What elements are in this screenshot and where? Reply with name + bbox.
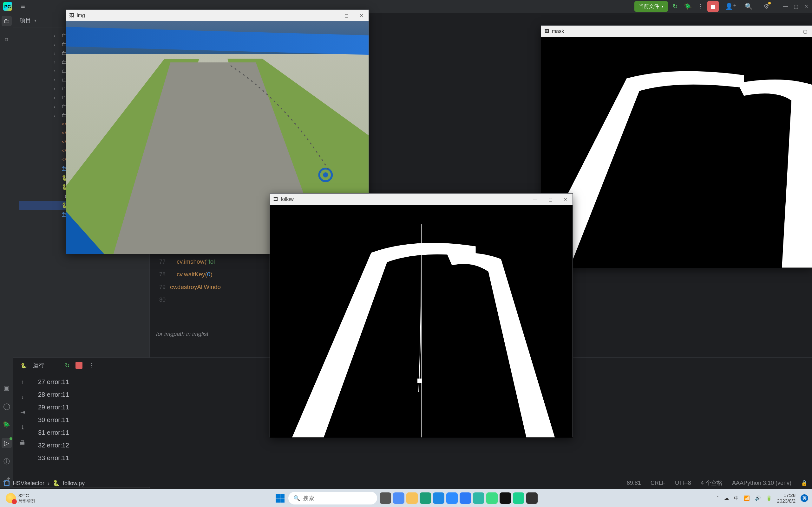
cursor-position[interactable]: 69:81 [627, 480, 641, 487]
cv-titlebar-img[interactable]: 🖼img — ▢ ✕ [66, 10, 368, 21]
rerun-icon[interactable]: ↻ [669, 1, 681, 12]
chevron-down-icon: ▾ [34, 18, 37, 23]
taskbar-app-wechat-work[interactable] [460, 493, 471, 504]
maximize-icon[interactable]: ▢ [794, 3, 798, 9]
status-bar-right: 69:81 CRLF UTF-8 4 个空格 AAAPython 3.10 (v… [627, 479, 808, 487]
svg-point-5 [323, 172, 328, 177]
taskbar-app-edge-dev[interactable] [420, 493, 431, 504]
ime-mode-pill[interactable]: 英 [801, 494, 808, 502]
line-ending[interactable]: CRLF [651, 480, 665, 487]
chevron-right-icon: › [54, 95, 58, 100]
taskbar-weather[interactable]: 32°C 局部晴朗 [6, 493, 35, 504]
maximize-icon[interactable]: ▢ [545, 197, 555, 202]
cv-titlebar-mask[interactable]: 🖼mask — ▢ [541, 26, 812, 37]
close-icon[interactable]: ✕ [560, 197, 571, 202]
taskbar-app-edge[interactable] [433, 493, 444, 504]
debug-icon[interactable]: 🪲 [682, 1, 693, 12]
taskbar-center: 🔍 搜索 [274, 492, 538, 504]
nav-breadcrumb[interactable]: HSVselector › 🐍 follow.py [4, 480, 85, 487]
cv-image-follow [270, 205, 572, 438]
cv-window-mask[interactable]: 🖼mask — ▢ [541, 25, 812, 268]
problems-tool-icon[interactable]: ⓘ [2, 456, 12, 466]
taskbar-tray[interactable]: ˄ ☁ 中 📶 🔊 🔋 17:28 2023/8/2 英 [716, 493, 808, 504]
cv-titlebar-follow[interactable]: 🖼follow — ▢ ✕ [270, 193, 572, 205]
scroll-end-icon[interactable]: ⤓ [17, 422, 28, 433]
structure-tool-icon[interactable]: ⌗ [2, 34, 12, 44]
stop-button[interactable]: ◼ [707, 1, 719, 12]
start-button[interactable] [274, 493, 286, 504]
stop-icon[interactable] [75, 362, 83, 369]
chevron-right-icon: › [54, 68, 58, 73]
chevron-right-icon: › [54, 51, 58, 56]
chevron-right-icon: › [54, 42, 58, 47]
tray-chevron-icon[interactable]: ˄ [716, 495, 719, 501]
main-menu-icon[interactable]: ≡ [21, 2, 25, 10]
cv-window-follow[interactable]: 🖼follow — ▢ ✕ [270, 193, 573, 437]
down-arrow-icon[interactable]: ↓ [17, 392, 28, 402]
python-console-icon[interactable]: ▣ [2, 383, 12, 393]
taskbar-search[interactable]: 🔍 搜索 [288, 492, 377, 504]
output-line: 32 error:12 [38, 439, 806, 452]
windows-taskbar[interactable]: 32°C 局部晴朗 🔍 搜索 ˄ ☁ 中 📶 🔊 🔋 17:28 2023/8/… [0, 489, 812, 507]
weather-icon [6, 493, 16, 503]
search-placeholder: 搜索 [303, 495, 314, 502]
cv-title-mask: mask [552, 29, 564, 34]
maximize-icon[interactable]: ▢ [341, 13, 351, 18]
output-line: 33 error:11 [38, 452, 806, 464]
ime-lang[interactable]: 中 [734, 495, 739, 501]
module-icon [4, 481, 9, 486]
taskbar-app-spark[interactable] [473, 493, 484, 504]
taskbar-app-explorer[interactable] [406, 493, 418, 504]
code-with-me-icon[interactable]: 👤⁺ [725, 1, 737, 12]
indent-setting[interactable]: 4 个空格 [701, 479, 722, 487]
taskbar-app-chat[interactable] [393, 493, 404, 504]
project-tool-icon[interactable]: 🗀 [2, 16, 12, 26]
minimize-icon[interactable]: — [785, 29, 795, 34]
breadcrumb-file[interactable]: follow.py [63, 480, 85, 487]
more-tools-icon[interactable]: ⋯ [2, 53, 12, 63]
taskbar-app-pycharm-bg[interactable] [500, 493, 511, 504]
run-tool-icon[interactable]: ▷ [2, 438, 12, 448]
taskbar-app-task-view[interactable] [380, 493, 391, 504]
minimize-icon[interactable]: — [326, 13, 336, 18]
cv-title-img: img [77, 13, 85, 18]
print-icon[interactable]: 🖶 [17, 438, 28, 448]
onedrive-icon[interactable]: ☁ [724, 495, 729, 501]
maximize-icon[interactable]: ▢ [800, 29, 810, 34]
taskbar-app-terminal[interactable] [526, 493, 538, 504]
tool-rail-left: 🗀 ⌗ ⋯ ▣ ◯ 🪲 ▷ ⓘ ⎇ [0, 13, 13, 488]
breadcrumb-root[interactable]: HSVselector [13, 480, 44, 487]
chevron-right-icon: › [54, 77, 58, 82]
python-icon: 🐍 [20, 362, 27, 369]
debug-tool-icon[interactable]: 🪲 [2, 419, 12, 430]
wifi-icon[interactable]: 📶 [744, 495, 750, 501]
battery-icon[interactable]: 🔋 [766, 495, 772, 501]
chevron-down-icon: ▾ [662, 4, 664, 9]
rerun-icon[interactable]: ↻ [65, 362, 70, 369]
more-run-icon[interactable]: ⋮ [695, 1, 706, 12]
services-icon[interactable]: ◯ [2, 401, 12, 411]
interpreter[interactable]: AAAPython 3.10 (venv) [732, 480, 792, 487]
close-icon[interactable]: ✕ [804, 3, 808, 9]
close-icon[interactable]: ✕ [357, 13, 367, 18]
file-encoding[interactable]: UTF-8 [675, 480, 691, 487]
taskbar-clock[interactable]: 17:28 2023/8/2 [777, 493, 796, 504]
run-config-selector[interactable]: 当前文件 ▾ [635, 1, 668, 12]
weather-label: 局部晴朗 [18, 498, 35, 504]
more-icon[interactable]: ⋮ [88, 361, 95, 369]
settings-icon[interactable]: ⚙ [761, 1, 772, 12]
soft-wrap-icon[interactable]: ⇥ [17, 407, 28, 417]
chevron-right-icon: › [54, 33, 58, 38]
run-tab-label[interactable]: 运行 [33, 361, 44, 369]
up-arrow-icon[interactable]: ↑ [17, 377, 28, 387]
search-icon[interactable]: 🔍 [743, 1, 754, 12]
taskbar-app-android[interactable] [486, 493, 498, 504]
minimize-icon[interactable]: — [783, 3, 788, 9]
taskbar-app-feishu[interactable] [446, 493, 458, 504]
chevron-right-icon: › [48, 480, 49, 487]
lock-icon[interactable]: 🔒 [801, 480, 808, 487]
volume-icon[interactable]: 🔊 [755, 495, 761, 501]
chevron-right-icon: › [54, 60, 58, 65]
taskbar-app-pycharm[interactable] [513, 493, 524, 504]
minimize-icon[interactable]: — [530, 197, 540, 202]
